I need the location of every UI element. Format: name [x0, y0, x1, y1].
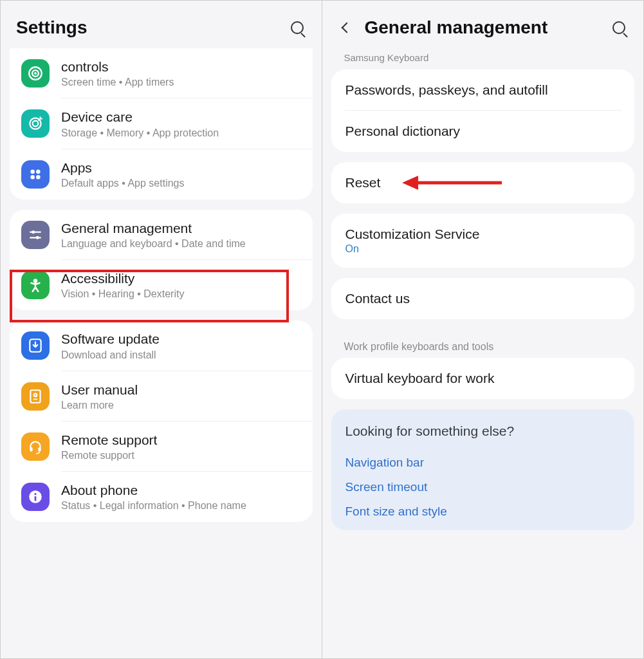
page-title: Settings	[16, 17, 279, 38]
general-management-pane: General management Samsung Keyboard Pass…	[322, 1, 644, 658]
settings-pane: Settings controlsScreen time • App timer…	[1, 1, 322, 658]
item-label: Contact us	[345, 291, 621, 306]
search-button[interactable]	[610, 21, 628, 34]
item-text: AccessibilityVision • Hearing • Dexterit…	[61, 270, 300, 300]
item-title: About phone	[61, 482, 300, 499]
item-title: Accessibility	[61, 270, 300, 287]
settings-card-g3: Software updateDownload and install?User…	[10, 320, 313, 522]
search-icon	[612, 21, 625, 34]
svg-rect-23	[35, 496, 37, 501]
item-label: Customization Service	[345, 227, 621, 242]
card-contact: Contact us	[331, 278, 635, 319]
item-title: General management	[61, 220, 300, 237]
item-subtitle: Learn more	[61, 400, 300, 411]
item-customization-service[interactable]: Customization Service On	[331, 214, 635, 268]
item-text: Remote supportRemote support	[61, 432, 300, 461]
svg-point-6	[36, 169, 41, 174]
item-subtitle: Screen time • App timers	[61, 77, 300, 88]
suggest-link-font-size-style[interactable]: Font size and style	[345, 499, 621, 524]
suggestions-card: Looking for something else? Navigation b…	[331, 409, 635, 530]
grid4-icon	[21, 160, 50, 189]
gm-header: General management	[322, 1, 644, 50]
settings-item-user-manual[interactable]: ?User manualLearn more	[10, 371, 313, 422]
bullseye-icon	[21, 59, 50, 88]
item-title: User manual	[61, 382, 300, 398]
back-button[interactable]	[338, 24, 356, 32]
settings-card-g2: General managementLanguage and keyboard …	[10, 210, 313, 311]
svg-point-12	[36, 236, 39, 239]
item-title: Software update	[61, 331, 300, 348]
person-icon	[21, 271, 50, 299]
suggestions-heading: Looking for something else?	[345, 423, 621, 439]
info-icon	[21, 483, 50, 511]
item-text: Device careStorage • Memory • App protec…	[61, 109, 300, 138]
item-label: Passwords, passkeys, and autofill	[345, 82, 621, 98]
settings-item-controls[interactable]: controlsScreen time • App timers	[10, 48, 313, 98]
svg-point-7	[30, 175, 35, 180]
item-virtual-keyboard-work[interactable]: Virtual keyboard for work	[331, 358, 635, 399]
card-reset: Reset	[331, 162, 635, 203]
item-text: General managementLanguage and keyboard …	[61, 220, 300, 250]
settings-item-software-update[interactable]: Software updateDownload and install	[10, 320, 313, 371]
card-customization: Customization Service On	[331, 214, 635, 268]
svg-rect-19	[30, 447, 32, 452]
svg-point-8	[36, 175, 41, 180]
settings-card-g1: controlsScreen time • App timersDevice c…	[10, 48, 313, 200]
svg-point-10	[32, 230, 35, 234]
settings-item-remote-support[interactable]: Remote supportRemote support	[10, 422, 313, 472]
section-work-profile: Work profile keyboards and tools	[322, 330, 644, 358]
item-label: Reset	[345, 175, 621, 190]
settings-header: Settings	[1, 1, 322, 50]
settings-item-accessibility[interactable]: AccessibilityVision • Hearing • Dexterit…	[10, 260, 313, 310]
item-title: controls	[61, 59, 300, 75]
svg-rect-20	[38, 447, 41, 452]
target-icon	[21, 109, 50, 138]
card-passwords-dictionary: Passwords, passkeys, and autofill Person…	[331, 70, 635, 152]
item-subtitle: Language and keyboard • Date and time	[61, 238, 300, 250]
svg-point-4	[33, 121, 39, 127]
item-subtitle: Storage • Memory • App protection	[61, 127, 300, 139]
svg-point-5	[30, 169, 35, 174]
item-subtitle: Vision • Hearing • Dexterity	[61, 288, 300, 300]
book-icon: ?	[21, 382, 50, 411]
item-label: Personal dictionary	[345, 124, 621, 139]
item-subtitle: Remote support	[61, 450, 300, 461]
item-title: Apps	[61, 160, 300, 176]
settings-item-general-management[interactable]: General managementLanguage and keyboard …	[10, 210, 313, 260]
item-text: User manualLearn more	[61, 382, 300, 411]
item-subtitle: Status • Legal information • Phone name	[61, 500, 300, 512]
item-subtitle: Download and install	[61, 349, 300, 361]
search-button[interactable]	[288, 21, 306, 34]
item-reset[interactable]: Reset	[331, 162, 635, 203]
card-work-keyboard: Virtual keyboard for work	[331, 358, 635, 399]
item-text: AppsDefault apps • App settings	[61, 160, 300, 189]
svg-text:?: ?	[34, 392, 37, 398]
item-label: Virtual keyboard for work	[345, 371, 621, 386]
suggest-link-screen-timeout[interactable]: Screen timeout	[345, 475, 621, 499]
settings-item-apps[interactable]: AppsDefault apps • App settings	[10, 149, 313, 200]
svg-point-22	[34, 493, 36, 495]
download-icon	[21, 331, 50, 360]
chevron-left-icon	[341, 23, 352, 33]
search-icon	[291, 21, 304, 34]
item-title: Remote support	[61, 432, 300, 449]
sliders-icon	[21, 221, 50, 249]
headset-icon	[21, 432, 50, 461]
item-subtitle: Default apps • App settings	[61, 178, 300, 189]
svg-point-2	[34, 72, 37, 75]
item-contact-us[interactable]: Contact us	[331, 278, 635, 319]
item-passwords-autofill[interactable]: Passwords, passkeys, and autofill	[331, 70, 635, 111]
settings-item-about-phone[interactable]: About phoneStatus • Legal information • …	[10, 472, 313, 522]
item-text: controlsScreen time • App timers	[61, 59, 300, 88]
item-text: Software updateDownload and install	[61, 331, 300, 360]
item-personal-dictionary[interactable]: Personal dictionary	[331, 111, 635, 152]
item-title: Device care	[61, 109, 300, 125]
page-title: General management	[365, 17, 602, 38]
item-text: About phoneStatus • Legal information • …	[61, 482, 300, 512]
suggest-link-navigation-bar[interactable]: Navigation bar	[345, 450, 621, 475]
samsung-keyboard-label: Samsung Keyboard	[322, 50, 644, 70]
item-status: On	[345, 243, 621, 255]
settings-item-device-care[interactable]: Device careStorage • Memory • App protec…	[10, 98, 313, 149]
